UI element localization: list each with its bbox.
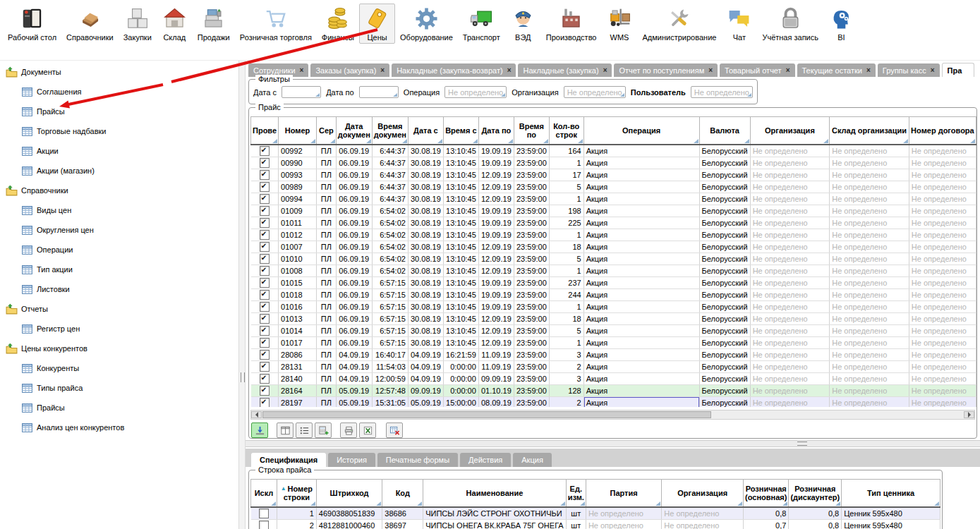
cell[interactable]: 04.09.19 xyxy=(336,349,372,361)
cell[interactable]: 30.08.19 xyxy=(408,289,443,301)
cell[interactable]: 164 xyxy=(549,145,583,157)
cell[interactable]: 13:10:45 xyxy=(443,277,478,289)
cell[interactable]: 00990 xyxy=(279,157,317,169)
table-row[interactable]: 28086ПЛ04.09.1916:40:1704.09.1916:21:591… xyxy=(251,349,976,361)
cell[interactable]: Не определено xyxy=(750,301,830,313)
cell[interactable]: 13:10:45 xyxy=(443,169,478,181)
cell[interactable]: Не определено xyxy=(830,157,909,169)
column-header-4[interactable]: Время докумен xyxy=(372,117,408,145)
cell[interactable]: 12.09.19 xyxy=(478,325,514,337)
cell[interactable]: 04.09.19 xyxy=(408,361,443,373)
cell[interactable]: Не определено xyxy=(830,361,909,373)
column-header-14[interactable]: Номер договора xyxy=(909,117,976,145)
cell[interactable]: 19.09.19 xyxy=(478,229,514,241)
cell[interactable]: 6:44:37 xyxy=(372,181,408,193)
cell[interactable]: 16:21:59 xyxy=(443,349,478,361)
cell[interactable]: Не определено xyxy=(830,205,909,217)
cell[interactable]: 13:10:45 xyxy=(443,229,478,241)
column-header-0[interactable]: Искл xyxy=(251,480,277,508)
cell[interactable] xyxy=(251,349,279,361)
tree-leaf-15[interactable]: Конкуренты xyxy=(21,360,79,377)
cell[interactable]: 15:00:00 xyxy=(443,397,478,408)
cell[interactable]: 00992 xyxy=(279,145,317,157)
clear-table-button[interactable] xyxy=(386,422,403,438)
cell[interactable]: 30.08.19 xyxy=(408,277,443,289)
toolbar-item-cart[interactable]: Розничная торговля xyxy=(235,4,317,44)
cell[interactable]: 06.09.19 xyxy=(336,265,372,277)
cell[interactable]: 23:59:00 xyxy=(514,181,549,193)
cell[interactable]: 13:10:45 xyxy=(443,253,478,265)
cell[interactable]: 30.08.19 xyxy=(408,217,443,229)
cell[interactable]: Белорусский xyxy=(699,325,750,337)
cell[interactable]: 06.09.19 xyxy=(336,241,372,253)
organization-input[interactable]: Не определено xyxy=(564,86,626,98)
cell[interactable]: ПЛ xyxy=(316,157,336,169)
cell[interactable]: 19.09.19 xyxy=(478,301,514,313)
cell[interactable]: Не определено xyxy=(830,181,909,193)
toolbar-item-lock[interactable]: Учётная запись xyxy=(757,4,823,44)
cell[interactable]: Не определено xyxy=(830,385,909,397)
cell[interactable] xyxy=(251,277,279,289)
close-icon[interactable]: × xyxy=(786,67,790,74)
cell[interactable] xyxy=(251,289,279,301)
row-checkbox[interactable] xyxy=(260,254,270,264)
cell[interactable]: 6:54:02 xyxy=(372,253,408,265)
cell[interactable]: 6:44:37 xyxy=(372,157,408,169)
column-header-11[interactable]: Валюта xyxy=(699,117,750,145)
column-header-2[interactable]: Штрихкод xyxy=(316,480,382,508)
cell[interactable]: 23:59:00 xyxy=(514,325,549,337)
cell[interactable]: 6:57:15 xyxy=(372,325,408,337)
cell[interactable]: ПЛ xyxy=(316,217,336,229)
row-checkbox[interactable] xyxy=(260,194,270,204)
cell[interactable]: ПЛ xyxy=(316,337,336,349)
cell[interactable]: 08.09.19 xyxy=(478,397,514,408)
table-row[interactable]: 01010ПЛ06.09.196:54:0230.08.1913:10:4512… xyxy=(251,253,976,265)
print-button[interactable] xyxy=(340,422,357,438)
cell[interactable]: Не определено xyxy=(909,181,976,193)
cell[interactable]: 1 xyxy=(549,337,583,349)
cell[interactable]: Не определено xyxy=(750,157,830,169)
cell[interactable] xyxy=(251,507,277,520)
close-icon[interactable]: × xyxy=(931,67,935,74)
cell[interactable]: 04.09.19 xyxy=(336,361,372,373)
cell[interactable]: Не определено xyxy=(830,277,909,289)
column-header-12[interactable]: Организация xyxy=(750,117,830,145)
toolbar-item-coins[interactable]: Финансы xyxy=(317,4,359,44)
cell[interactable]: 00994 xyxy=(279,193,317,205)
cell[interactable]: Акция xyxy=(583,181,699,193)
cell[interactable]: 06.09.19 xyxy=(336,277,372,289)
cell[interactable]: 11.09.19 xyxy=(478,349,514,361)
cell[interactable]: Акция xyxy=(583,289,699,301)
cell[interactable] xyxy=(251,181,279,193)
cell[interactable]: 06.09.19 xyxy=(336,301,372,313)
tree-folder-0[interactable]: Документы xyxy=(6,63,61,80)
cell[interactable]: ПЛ xyxy=(316,301,336,313)
cell[interactable]: Не определено xyxy=(662,507,744,520)
cell[interactable]: 13:10:45 xyxy=(443,217,478,229)
toolbar-item-chat[interactable]: Чат xyxy=(721,4,757,44)
cell[interactable] xyxy=(251,373,279,385)
cell[interactable]: 13:10:45 xyxy=(443,325,478,337)
cell[interactable]: Акция xyxy=(583,337,699,349)
cell[interactable]: 18 xyxy=(549,313,583,325)
cell[interactable]: Не определено xyxy=(909,169,976,181)
cell[interactable] xyxy=(251,241,279,253)
bottom-tab-1[interactable]: История xyxy=(328,453,375,467)
toolbar-item-books[interactable]: Справочники xyxy=(61,4,119,44)
cell[interactable]: 12.09.19 xyxy=(478,253,514,265)
cell[interactable]: 1 xyxy=(277,507,316,520)
cell[interactable]: 01008 xyxy=(279,265,317,277)
cell[interactable]: 06.09.19 xyxy=(336,217,372,229)
cell[interactable]: Белорусский xyxy=(699,385,750,397)
cell[interactable]: Не определено xyxy=(750,169,830,181)
cell[interactable]: Белорусский xyxy=(699,205,750,217)
cell[interactable]: 23:59:00 xyxy=(514,145,549,157)
cell[interactable]: Не определено xyxy=(830,241,909,253)
cell[interactable]: 30.08.19 xyxy=(408,313,443,325)
cell[interactable]: ПЛ xyxy=(316,229,336,241)
cell[interactable]: Акция xyxy=(583,397,699,408)
cell[interactable]: 19.09.19 xyxy=(478,205,514,217)
cell[interactable]: шт xyxy=(566,507,586,520)
table-row[interactable]: 01016ПЛ06.09.196:57:1530.08.1913:10:4519… xyxy=(251,301,976,313)
cell[interactable]: Не определено xyxy=(830,289,909,301)
